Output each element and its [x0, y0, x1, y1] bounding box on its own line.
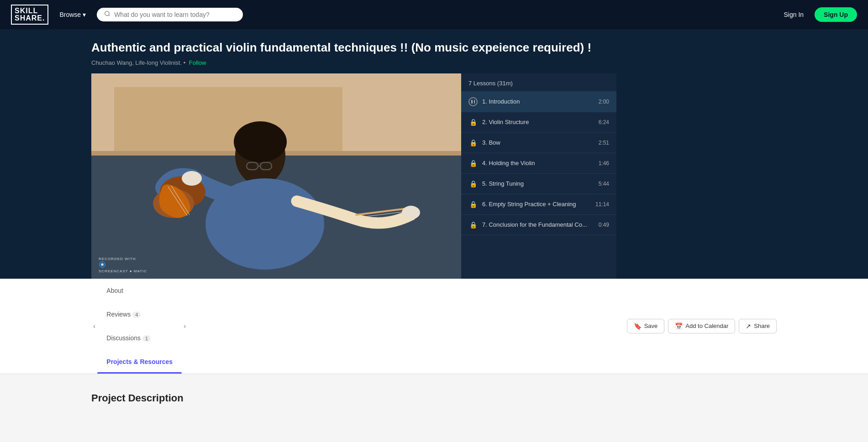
- screencast-badge: RECORDED WITH SCREENCAST ● MATIC: [99, 257, 147, 273]
- screencast-line1: RECORDED WITH: [99, 257, 147, 261]
- svg-point-8: [234, 121, 287, 162]
- project-description-title: Project Description: [91, 392, 777, 404]
- signup-button[interactable]: Sign Up: [815, 7, 857, 22]
- save-button[interactable]: 🔖 Save: [627, 319, 665, 333]
- lesson-item[interactable]: 🔒 7. Conclusion for the Fundamental Co..…: [461, 215, 616, 235]
- tab-label: About: [106, 287, 123, 294]
- tab-item[interactable]: About: [97, 279, 182, 302]
- tab-item[interactable]: Reviews4: [97, 302, 182, 326]
- svg-point-22: [101, 263, 103, 265]
- lock-icon: 🔒: [468, 200, 478, 209]
- logo-line1: SKILL: [15, 7, 45, 15]
- calendar-label: Add to Calendar: [685, 322, 728, 329]
- svg-line-1: [109, 15, 110, 16]
- lesson-duration: 0:49: [599, 222, 609, 228]
- tab-label: Reviews: [106, 311, 131, 318]
- lock-icon: 🔒: [468, 118, 478, 127]
- screencast-brand: SCREENCAST ● MATIC: [99, 269, 147, 273]
- lessons-header: 7 Lessons (31m): [461, 73, 616, 92]
- logo[interactable]: SKILL SHARE.: [11, 5, 48, 25]
- search-input[interactable]: [114, 11, 236, 18]
- content-row: RECORDED WITH SCREENCAST ● MATIC 7 Lesso…: [91, 73, 777, 279]
- chevron-down-icon: ▾: [83, 11, 86, 18]
- tab-badge: 1: [142, 335, 151, 342]
- lesson-title: 4. Holding the Violin: [482, 160, 594, 166]
- tab-badge: 4: [132, 312, 141, 318]
- lesson-title: 2. Violin Structure: [482, 119, 594, 125]
- tab-label: Discussions: [106, 334, 141, 342]
- svg-point-19: [182, 171, 202, 186]
- tab-scroll-left[interactable]: ‹: [91, 322, 97, 330]
- lesson-title: 6. Empty String Practice + Cleaning: [482, 201, 591, 208]
- lock-icon: 🔒: [468, 138, 478, 147]
- lesson-title: 1. Introduction: [482, 98, 594, 105]
- lesson-duration: 5:44: [599, 181, 609, 187]
- tab-item[interactable]: Projects & Resources: [97, 350, 182, 374]
- video-thumbnail: [91, 73, 461, 279]
- lesson-item[interactable]: 🔒 6. Empty String Practice + Cleaning 11…: [461, 194, 616, 215]
- screencast-line2: SCREENCAST ● MATIC: [99, 261, 147, 273]
- author-separator: •: [184, 59, 187, 66]
- svg-point-0: [105, 11, 109, 16]
- signin-button[interactable]: Sign In: [784, 11, 804, 18]
- tabs-section: ‹ AboutReviews4Discussions1Projects & Re…: [0, 279, 868, 374]
- tab-scroll-right[interactable]: ›: [182, 322, 188, 330]
- course-section: Authentic and practical violin fundament…: [0, 29, 868, 279]
- lesson-duration: 2:51: [599, 140, 609, 146]
- lesson-list: 7 Lessons (31m) 1. Introduction 2:00 🔒 2…: [461, 73, 616, 279]
- bookmark-icon: 🔖: [634, 322, 642, 330]
- lesson-title: 7. Conclusion for the Fundamental Co...: [482, 221, 594, 228]
- lesson-title: 3. Bow: [482, 139, 594, 146]
- share-button[interactable]: ↗ Share: [739, 319, 777, 333]
- lesson-duration: 11:14: [595, 201, 609, 208]
- lesson-item[interactable]: 🔒 2. Violin Structure 6:24: [461, 112, 616, 133]
- logo-line2: SHARE.: [15, 15, 45, 22]
- header: SKILL SHARE. Browse ▾ Sign In Sign Up: [0, 0, 868, 29]
- share-label: Share: [754, 322, 770, 329]
- lock-icon: 🔒: [468, 220, 478, 229]
- browse-label: Browse: [59, 11, 81, 18]
- lesson-item[interactable]: 🔒 5. String Tuning 5:44: [461, 174, 616, 194]
- lesson-duration: 1:46: [599, 160, 609, 166]
- course-title: Authentic and practical violin fundament…: [91, 40, 777, 56]
- lessons-container: 1. Introduction 2:00 🔒 2. Violin Structu…: [461, 92, 616, 235]
- lesson-item[interactable]: 🔒 3. Bow 2:51: [461, 133, 616, 153]
- share-icon: ↗: [746, 322, 751, 330]
- save-label: Save: [644, 322, 658, 329]
- tabs-container: AboutReviews4Discussions1Projects & Reso…: [97, 279, 182, 374]
- svg-point-20: [402, 206, 420, 219]
- lock-icon: 🔒: [468, 159, 478, 168]
- add-to-calendar-button[interactable]: 📅 Add to Calendar: [668, 319, 735, 333]
- main-content: Project Description: [0, 374, 868, 442]
- calendar-icon: 📅: [675, 322, 683, 330]
- course-author-row: Chuchao Wang, Life-long Violinist. • Fol…: [91, 59, 777, 66]
- lock-icon: 🔒: [468, 179, 478, 188]
- tabs-right: 🔖 Save 📅 Add to Calendar ↗ Share: [627, 319, 777, 333]
- search-icon: [104, 10, 110, 19]
- pause-icon: [468, 97, 478, 106]
- tab-item[interactable]: Discussions1: [97, 326, 182, 350]
- lesson-duration: 2:00: [599, 99, 609, 105]
- search-bar: [97, 8, 243, 21]
- browse-nav[interactable]: Browse ▾: [59, 11, 86, 18]
- tab-label: Projects & Resources: [106, 358, 173, 365]
- author-name: Chuchao Wang, Life-long Violinist.: [91, 59, 182, 66]
- lesson-item[interactable]: 1. Introduction 2:00: [461, 92, 616, 112]
- lesson-duration: 6:24: [599, 119, 609, 125]
- svg-rect-4: [114, 87, 342, 151]
- follow-button[interactable]: Follow: [189, 59, 206, 66]
- lesson-item[interactable]: 🔒 4. Holding the Violin 1:46: [461, 153, 616, 174]
- lesson-title: 5. String Tuning: [482, 180, 594, 187]
- video-player[interactable]: RECORDED WITH SCREENCAST ● MATIC: [91, 73, 461, 279]
- tabs-left: ‹ AboutReviews4Discussions1Projects & Re…: [91, 279, 188, 374]
